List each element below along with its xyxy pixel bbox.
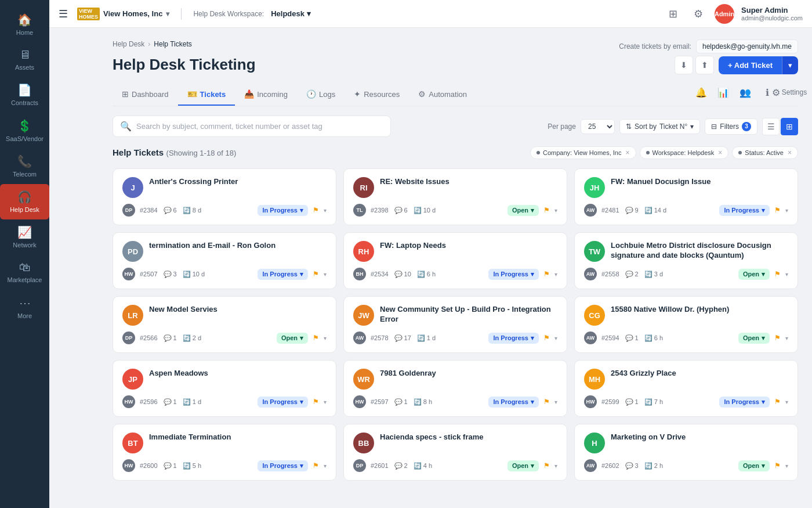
ticket-card[interactable]: LR New Model Servies DP #2566 💬 1 🔄 2 d … (113, 296, 336, 353)
analytics-button[interactable]: 📊 (715, 84, 732, 101)
status-badge[interactable]: In Progress ▾ (258, 205, 308, 216)
flag-button[interactable]: ⚑ (774, 206, 781, 214)
add-ticket-dropdown-button[interactable]: ▾ (782, 56, 798, 74)
tab-incoming[interactable]: 📥 Incoming (235, 84, 297, 106)
apps-button[interactable]: ⊞ (664, 5, 682, 23)
team-button[interactable]: 👥 (737, 84, 754, 101)
ticket-card[interactable]: H Marketing on V Drive AW #2602 💬 3 🔄 2 … (574, 424, 798, 481)
flag-button[interactable]: ⚑ (313, 462, 319, 470)
settings-button[interactable]: ⚙ (689, 5, 708, 23)
status-badge[interactable]: Open ▾ (738, 333, 770, 344)
sidebar-item-saas[interactable]: 💲 SaaS/Vendor (0, 113, 49, 149)
breadcrumb-helpdesk[interactable]: Help Desk (113, 40, 144, 48)
card-dropdown-icon[interactable]: ▾ (324, 399, 327, 405)
status-badge[interactable]: In Progress ▾ (488, 397, 539, 408)
sidebar-item-network[interactable]: 📈 Network (0, 219, 49, 255)
sort-button[interactable]: ⇅ Sort by Ticket N° ▾ (619, 119, 700, 134)
flag-button[interactable]: ⚑ (774, 270, 781, 278)
status-badge[interactable]: Open ▾ (507, 205, 539, 216)
card-dropdown-icon[interactable]: ▾ (785, 335, 788, 341)
sidebar-item-home[interactable]: 🏠 Home (0, 7, 49, 42)
ticket-card[interactable]: TW Lochbuie Metro District disclosure Do… (574, 232, 798, 289)
ticket-card[interactable]: BT Immediate Termination HW #2600 💬 1 🔄 … (113, 424, 336, 481)
card-dropdown-icon[interactable]: ▾ (324, 463, 327, 469)
sidebar-item-more[interactable]: ⋯ More (0, 290, 49, 326)
workspace-selector[interactable]: Helpdesk ▾ (271, 9, 310, 18)
flag-button[interactable]: ⚑ (543, 462, 550, 470)
ticket-card[interactable]: PD termination and E-mail - Ron Golon HW… (113, 232, 336, 289)
status-badge[interactable]: Open ▾ (277, 333, 308, 344)
download-button[interactable]: ⬇ (675, 56, 693, 74)
menu-button[interactable]: ☰ (59, 8, 68, 20)
flag-button[interactable]: ⚑ (543, 398, 550, 406)
tab-tickets[interactable]: 🎫 Tickets (178, 84, 235, 106)
flag-button[interactable]: ⚑ (313, 270, 319, 278)
sidebar-item-marketplace[interactable]: 🛍 Marketplace (0, 255, 49, 290)
flag-button[interactable]: ⚑ (543, 270, 550, 278)
search-input[interactable] (136, 122, 383, 131)
ticket-card[interactable]: J Antler's Crossing Printer DP #2384 💬 6… (113, 168, 336, 225)
status-badge[interactable]: In Progress ▾ (488, 333, 539, 344)
ticket-card[interactable]: JW New Community Set Up - Build Pro - In… (343, 296, 567, 353)
status-badge[interactable]: In Progress ▾ (719, 205, 770, 216)
card-dropdown-icon[interactable]: ▾ (554, 271, 557, 278)
tab-logs[interactable]: 🕐 Logs (297, 84, 345, 106)
card-dropdown-icon[interactable]: ▾ (785, 271, 788, 278)
filter-tag-close[interactable]: × (788, 149, 792, 157)
card-dropdown-icon[interactable]: ▾ (785, 399, 788, 405)
card-dropdown-icon[interactable]: ▾ (785, 463, 788, 469)
notifications-button[interactable]: 🔔 (693, 84, 710, 101)
ticket-card[interactable]: CG 15580 Native Willow Dr. (Hyphen) AW #… (574, 296, 798, 353)
status-badge[interactable]: Open ▾ (738, 460, 770, 471)
card-dropdown-icon[interactable]: ▾ (554, 399, 557, 405)
card-dropdown-icon[interactable]: ▾ (324, 207, 327, 214)
status-badge[interactable]: In Progress ▾ (258, 460, 308, 471)
company-dropdown-icon[interactable]: ▾ (166, 10, 169, 18)
avatar[interactable]: Admin (715, 4, 734, 24)
ticket-card[interactable]: JP Aspen Meadows HW #2596 💬 1 🔄 1 d In P… (113, 360, 336, 417)
ticket-card[interactable]: JH FW: Manuel Docusign Issue AW #2481 💬 … (574, 168, 798, 225)
status-badge[interactable]: Open ▾ (738, 269, 770, 280)
upload-button[interactable]: ⬆ (695, 56, 714, 74)
flag-button[interactable]: ⚑ (543, 206, 550, 214)
tab-resources[interactable]: ✦ Resources (345, 84, 409, 106)
card-dropdown-icon[interactable]: ▾ (324, 335, 327, 341)
flag-button[interactable]: ⚑ (774, 398, 781, 406)
flag-button[interactable]: ⚑ (774, 334, 781, 342)
add-ticket-main-button[interactable]: + Add Ticket (719, 56, 782, 74)
filter-button[interactable]: ⊟ Filters 3 (705, 118, 757, 135)
card-dropdown-icon[interactable]: ▾ (785, 207, 788, 214)
status-badge[interactable]: In Progress ▾ (258, 269, 308, 280)
sidebar-item-telecom[interactable]: 📞 Telecom (0, 149, 49, 184)
saas-icon: 💲 (17, 119, 32, 133)
flag-button[interactable]: ⚑ (543, 334, 550, 342)
card-dropdown-icon[interactable]: ▾ (554, 335, 557, 341)
status-badge[interactable]: Open ▾ (507, 460, 539, 471)
filter-tag-close[interactable]: × (718, 149, 722, 157)
ticket-card[interactable]: RI RE: Website Issues TL #2398 💬 6 🔄 10 … (343, 168, 567, 225)
flag-button[interactable]: ⚑ (313, 398, 319, 406)
ticket-card[interactable]: BB Hacienda specs - stick frame DP #2601… (343, 424, 567, 481)
flag-button[interactable]: ⚑ (313, 334, 319, 342)
status-badge[interactable]: In Progress ▾ (258, 397, 308, 408)
ticket-card[interactable]: WR 7981 Goldenray HW #2597 💬 1 🔄 8 h In … (343, 360, 567, 417)
ticket-card[interactable]: MH 2543 Grizzly Place HW #2599 💬 1 🔄 7 h… (574, 360, 798, 417)
flag-button[interactable]: ⚑ (313, 206, 319, 214)
status-badge[interactable]: In Progress ▾ (488, 269, 539, 280)
tab-dashboard[interactable]: ⊞ Dashboard (113, 84, 178, 106)
list-view-button[interactable]: ☰ (762, 118, 780, 135)
ticket-card[interactable]: RH FW: Laptop Needs BH #2534 💬 10 🔄 6 h … (343, 232, 567, 289)
sidebar-item-contracts[interactable]: 📄 Contracts (0, 77, 49, 113)
per-page-select[interactable]: 25 50 100 (581, 119, 615, 134)
filter-tag-close[interactable]: × (626, 149, 630, 157)
card-dropdown-icon[interactable]: ▾ (554, 207, 557, 214)
sidebar-item-helpdesk[interactable]: 🎧 Help Desk (0, 184, 49, 219)
grid-view-button[interactable]: ⊞ (781, 118, 798, 135)
settings-icon-button[interactable]: ⚙ Settings (781, 84, 798, 101)
status-badge[interactable]: In Progress ▾ (719, 397, 770, 408)
sidebar-item-assets[interactable]: 🖥 Assets (0, 42, 49, 77)
flag-button[interactable]: ⚑ (774, 462, 781, 470)
tab-automation[interactable]: ⚙ Automation (409, 84, 476, 106)
card-dropdown-icon[interactable]: ▾ (324, 271, 327, 278)
card-dropdown-icon[interactable]: ▾ (554, 463, 557, 469)
